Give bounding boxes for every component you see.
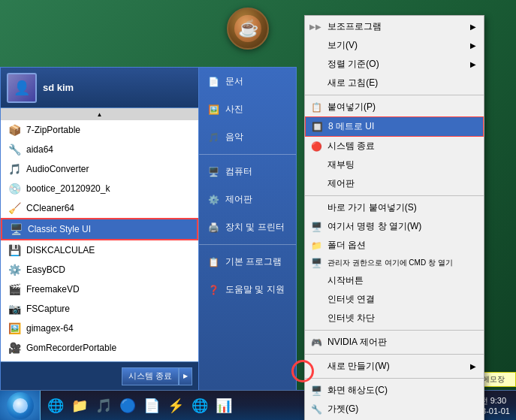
start-button[interactable] [0,391,41,421]
app-label-audioconverter: AudioConverter [26,164,89,174]
app-item-freemake[interactable]: 🎬 FreemakeVD [1,279,198,299]
ctx-item-folder-options[interactable]: 📁 폴더 옵션 [305,236,484,255]
ctx-label-view: 보기(V) [327,39,358,52]
ctx-label-metro: 8 메트로 UI [328,120,374,133]
ctx-label-nvidia: NVIDIA 제어판 [327,336,387,349]
ctx-separator-5 [305,378,484,379]
ctx-item-startbtn[interactable]: 시작버튼 [305,271,484,290]
app-item-gimagex[interactable]: 🖼️ gimagex-64 [1,319,198,338]
right-panel-help[interactable]: ❓ 도움말 및 지원 [199,276,296,304]
right-panel-programs[interactable]: 📋 기본 프로그램 [199,248,296,276]
taskbar-media-icon[interactable]: 🎵 [92,394,116,418]
ie-icon: 🌐 [47,397,64,414]
taskbar-ie2-icon[interactable]: 🌐 [188,394,212,418]
computer-icon: 🖥️ [208,167,219,177]
ctx-item-nvidia[interactable]: 🎮 NVIDIA 제어판 [305,333,484,352]
taskbar-app1-icon[interactable]: 📊 [212,394,236,418]
right-panel-control[interactable]: ⚙️ 제어판 [199,186,296,213]
app-label-freemake: FreemakeVD [26,284,80,295]
music-icon: 🎵 [208,132,219,143]
ctx-item-shutdown[interactable]: 🔴 시스템 종료 [305,137,484,156]
ctx-item-sort[interactable]: 정렬 기준(O) ▶ [305,55,484,74]
devices-label: 장치 및 프린터 [225,221,285,234]
user-name: sd kim [43,82,74,93]
app-icon-bootice: 💿 [7,181,22,196]
ctx-item-gadget[interactable]: 🔧 가젯(G) [305,400,484,418]
app-icon-fscapture: 📷 [7,301,22,316]
shutdown-arrow-button[interactable]: ▶ [179,367,192,385]
ctx-icon-admin-cmd: 🖥️ [309,256,323,270]
ctx-item-accessories[interactable]: ▶▶ 보조프로그램 ▶ [305,17,484,36]
ie2-icon: 🌐 [192,397,208,414]
shutdown-button[interactable]: 시스템 종료 [122,367,179,385]
right-panel-divider-1 [199,154,296,155]
app-item-fscapture[interactable]: 📷 FSCapture [1,299,198,319]
ctx-label-open-here: 여기서 명령 창 열기(W) [327,220,421,233]
ctx-icon-open-here: 🖥️ [309,220,323,234]
app-icon-gimagex: 🖼️ [7,321,22,336]
ctx-separator-3 [305,330,484,331]
ctx-item-logoff[interactable]: 제어판 [305,174,484,193]
app-icon-audioconverter: 🎵 [7,162,22,177]
ctx-item-shortcut[interactable]: 바로 가기 붙여넣기(S) [305,198,484,217]
ctx-submenu-arrow-sort: ▶ [470,60,476,68]
ctx-separator-2 [305,195,484,196]
app-label-bootice: bootice_20120920_k [26,183,110,194]
programs-icon: 📋 [208,257,219,267]
ctx-label-reboot: 재부팅 [327,159,355,171]
app-item-audioconverter[interactable]: 🎵 AudioConverter [1,159,198,179]
ctx-item-metro[interactable]: 🔲 8 메트로 UI [305,116,484,137]
ctx-icon-gadget: 🔧 [309,403,323,416]
ctx-item-open-here[interactable]: 🖥️ 여기서 명령 창 열기(W) [305,217,484,236]
devices-icon: 🖨️ [208,222,219,233]
ctx-label-folder-options: 폴더 옵션 [327,239,366,252]
scroll-up-button[interactable]: ▲ [1,108,198,120]
coffee-cup-inner: ☕ [234,15,261,42]
taskbar-bittorrent-icon[interactable]: 🔵 [116,394,140,418]
right-panel-computer[interactable]: 🖥️ 컴퓨터 [199,158,296,186]
ctx-item-screenres[interactable]: 🖥️ 화면 해상도(C) [305,381,484,400]
ctx-item-refresh[interactable]: 새로 고침(E) [305,74,484,92]
ctx-item-paste[interactable]: 📋 붙여넣기(P) [305,98,484,116]
ctx-item-view[interactable]: 보기(V) ▶ [305,36,484,55]
taskbar-ie-icon[interactable]: 🌐 [44,394,68,418]
app-item-bootice[interactable]: 💿 bootice_20120920_k [1,179,198,198]
app-item-classicstyle[interactable]: 🖥️ Classic Style UI [1,218,198,240]
app-item-gomrecorder[interactable]: 🎥 GomRecorderPortable [1,338,198,358]
programs-label: 기본 프로그램 [225,255,282,268]
doc-icon: 📄 [143,397,160,414]
start-orb [7,392,34,419]
right-panel-devices[interactable]: 🖨️ 장치 및 프린터 [199,213,296,241]
ctx-label-refresh: 새로 고침(E) [327,77,378,89]
ctx-item-admin-cmd[interactable]: 🖥️ 관리자 권한으로 여기에 CMD 창 열기 [305,255,484,271]
right-panel-divider-2 [199,244,296,245]
app-item-easybcd[interactable]: ⚙️ EasyBCD [1,260,198,279]
ctx-submenu-arrow-accessories: ▶ [470,23,476,31]
start-menu-header: 👤 sd kim [1,68,198,108]
taskbar-doc-icon[interactable]: 📄 [140,394,164,418]
ctx-label-shortcut: 바로 가기 붙여넣기(S) [327,201,417,214]
app-icon-ccleaner: 🧹 [7,201,22,216]
taskbar-power-icon[interactable]: ⚡ [164,394,188,418]
app-icon-aida64: 🔧 [7,142,22,157]
right-panel-photos[interactable]: 🖼️ 사진 [199,95,296,123]
taskbar-folder-icon[interactable]: 📁 [68,394,92,418]
app-item-7zip[interactable]: 📦 7-ZipPortable [1,120,198,140]
ctx-label-admin-cmd: 관리자 권한으로 여기에 CMD 창 열기 [327,258,453,268]
ctx-item-new[interactable]: 새로 만들기(W) ▶ [305,357,484,376]
app-item-diskcalc[interactable]: 💾 DISKCALCULAE [1,240,198,260]
note-label: 메모장 [482,374,505,385]
app-item-aida64[interactable]: 🔧 aida64 [1,140,198,159]
ctx-submenu-arrow-view: ▶ [470,41,476,50]
ctx-label-screenres: 화면 해상도(C) [327,384,388,397]
music-label: 음악 [225,131,243,144]
ctx-item-netblock[interactable]: 인터넷 차단 [305,309,484,328]
power-icon: ⚡ [167,397,184,414]
ctx-arrow-accessories: ▶▶ [309,23,321,31]
help-label: 도움말 및 지원 [225,283,285,296]
right-panel-music[interactable]: 🎵 음악 [199,123,296,151]
right-panel-docs[interactable]: 📄 문서 [199,68,296,95]
ctx-item-reboot[interactable]: 재부팅 [305,156,484,174]
ctx-item-netconnect[interactable]: 인터넷 연결 [305,290,484,309]
app-item-ccleaner[interactable]: 🧹 CCleaner64 [1,198,198,218]
